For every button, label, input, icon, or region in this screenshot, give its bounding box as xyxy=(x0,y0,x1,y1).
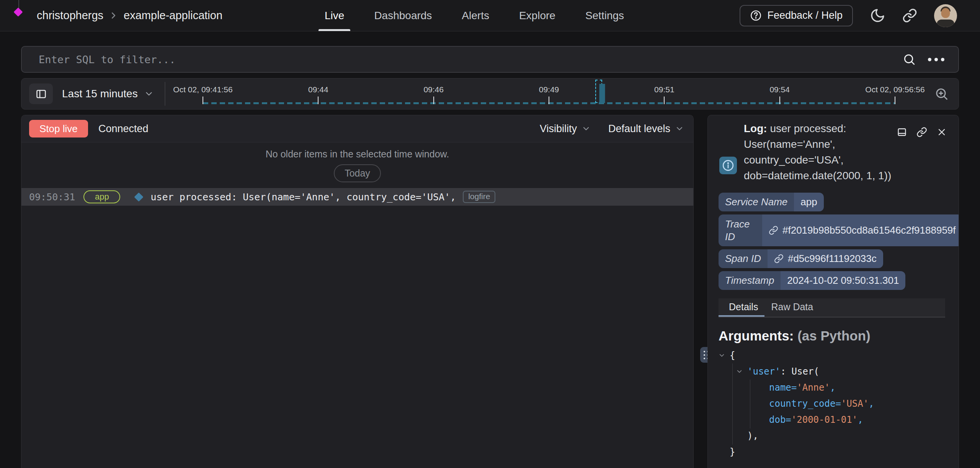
detail-tab-details[interactable]: Details xyxy=(719,298,764,317)
breadcrumb-project[interactable]: example-application xyxy=(124,9,222,22)
code-token: : User( xyxy=(781,366,819,377)
log-detail-panel: Log: user processed: User(name='Anne', c… xyxy=(707,115,959,468)
live-header-controls: Visibility Default levels xyxy=(540,115,684,142)
detail-header: Log: user processed: User(name='Anne', c… xyxy=(719,121,948,183)
timeline-tick-label: 09:49 xyxy=(539,85,559,94)
log-message: user processed: User(name='Anne', countr… xyxy=(150,191,456,203)
logo-stem xyxy=(18,0,19,8)
time-range-bar: Last 15 minutes Oct 02, 09:41:5609:4409:… xyxy=(21,78,959,110)
log-level-diamond-icon xyxy=(134,192,144,201)
timeline-tick-mark xyxy=(318,97,318,104)
chevron-down-icon xyxy=(675,124,684,133)
stop-live-button[interactable]: Stop live xyxy=(29,120,88,137)
attribute-value-text: #f2019b98b550cd8a61546c2f9188959f xyxy=(782,224,956,236)
connection-status: Connected xyxy=(98,115,149,142)
code-token: , xyxy=(858,414,863,425)
code-token: , xyxy=(869,398,874,409)
timeline-tick-mark xyxy=(203,97,203,104)
chevron-down-icon xyxy=(144,89,154,99)
collapse-chevron-icon[interactable] xyxy=(736,368,743,375)
attribute-value: #f2019b98b550cd8a61546c2f9188959f xyxy=(762,214,959,246)
topbar: christophergs example-application LiveDa… xyxy=(0,0,980,31)
timeline-activity-bar xyxy=(599,84,605,103)
more-options-icon[interactable] xyxy=(928,58,944,61)
time-range-select[interactable]: Last 15 minutes xyxy=(62,79,154,109)
attribute-value: app xyxy=(794,193,823,211)
live-header: Stop live Connected Visibility Default l… xyxy=(21,115,693,142)
service-badge[interactable]: app xyxy=(83,190,120,203)
today-button[interactable]: Today xyxy=(334,164,381,182)
feedback-help-button[interactable]: Feedback / Help xyxy=(740,5,853,26)
topbar-actions: Feedback / Help xyxy=(740,0,957,31)
logfire-tag-badge[interactable]: logfire xyxy=(463,191,495,203)
tab-explore[interactable]: Explore xyxy=(519,0,555,31)
no-older-items-message: No older items in the selected time wind… xyxy=(21,149,693,160)
avatar-face xyxy=(941,8,950,18)
tab-settings[interactable]: Settings xyxy=(585,0,624,31)
attribute-pill-service-name[interactable]: Service Nameapp xyxy=(719,193,824,211)
share-link-icon[interactable] xyxy=(902,8,917,23)
attribute-value-text: #d5c996f11192033c xyxy=(788,253,877,265)
code-line: name='Anne', xyxy=(708,380,959,396)
code-token: } xyxy=(730,447,735,457)
arguments-code-block: {'user': User(name='Anne',country_code='… xyxy=(708,347,959,460)
logfire-logo-icon[interactable] xyxy=(13,7,23,16)
detail-title: Log: user processed: User(name='Anne', c… xyxy=(744,121,893,183)
tab-alerts[interactable]: Alerts xyxy=(462,0,489,31)
attribute-value: 2024-10-02 09:50:31.301 xyxy=(781,271,905,290)
close-panel-icon[interactable] xyxy=(936,127,947,137)
logfire-live-view: christophergs example-application LiveDa… xyxy=(0,0,980,468)
panel-left-icon xyxy=(35,88,47,100)
filter-actions xyxy=(903,47,944,72)
chevron-right-icon xyxy=(108,10,119,21)
tab-dashboards[interactable]: Dashboards xyxy=(374,0,432,31)
attribute-pill-trace-id[interactable]: Trace ID#f2019b98b550cd8a61546c2f9188959… xyxy=(719,214,959,246)
detail-tab-raw-data[interactable]: Raw Data xyxy=(764,298,820,317)
timeline-tick-label: Oct 02, 09:41:56 xyxy=(173,85,232,94)
code-line: 'user': User( xyxy=(708,363,959,380)
user-avatar[interactable] xyxy=(934,4,957,27)
default-levels-dropdown[interactable]: Default levels xyxy=(608,123,684,135)
tab-live[interactable]: Live xyxy=(325,0,344,31)
info-level-icon xyxy=(719,157,737,174)
main-nav: LiveDashboardsAlertsExploreSettings xyxy=(325,0,624,31)
timeline-tick-label: 09:51 xyxy=(654,85,675,94)
zoom-in-icon[interactable] xyxy=(934,87,949,101)
log-row[interactable]: 09:50:31 app user processed: User(name='… xyxy=(21,188,693,206)
search-icon[interactable] xyxy=(903,53,916,66)
timeline-tick-label: 09:46 xyxy=(423,85,444,94)
sql-filter-input[interactable]: Enter SQL to filter... xyxy=(21,46,959,73)
timeline-tick-mark xyxy=(664,97,665,104)
breadcrumb: christophergs example-application xyxy=(37,0,222,31)
visibility-dropdown[interactable]: Visibility xyxy=(540,123,591,135)
copy-link-icon[interactable] xyxy=(916,127,927,137)
link-icon xyxy=(774,254,784,263)
collapse-chevron-icon[interactable] xyxy=(718,352,725,359)
theme-toggle-moon-icon[interactable] xyxy=(870,8,885,23)
attribute-value-text: 2024-10-02 09:50:31.301 xyxy=(787,275,899,286)
split-view-icon[interactable] xyxy=(897,127,907,137)
time-range-label: Last 15 minutes xyxy=(62,88,138,100)
avatar-torso xyxy=(937,20,954,27)
code-token: 'user' xyxy=(747,366,781,377)
attribute-value: #d5c996f11192033c xyxy=(768,249,883,268)
attribute-pill-span-id[interactable]: Span ID#d5c996f11192033c xyxy=(719,249,883,268)
code-token: country_code= xyxy=(769,398,841,409)
feedback-help-label: Feedback / Help xyxy=(767,10,843,21)
timeline-track[interactable]: Oct 02, 09:41:5609:4409:4609:4909:5109:5… xyxy=(203,79,895,109)
attribute-label: Trace ID xyxy=(719,214,762,246)
attribute-pills: Service NameappTrace ID#f2019b98b550cd8a… xyxy=(719,193,959,290)
timeline-tick-mark xyxy=(433,97,434,104)
live-logs-panel: Stop live Connected Visibility Default l… xyxy=(21,115,694,468)
timeline-tick-mark xyxy=(549,97,549,104)
attribute-value-text: app xyxy=(800,196,817,208)
sql-filter-placeholder: Enter SQL to filter... xyxy=(39,54,176,65)
sidebar-toggle-button[interactable] xyxy=(29,83,53,104)
attribute-pill-timestamp[interactable]: Timestamp2024-10-02 09:50:31.301 xyxy=(719,271,905,290)
arguments-heading: Arguments: (as Python) xyxy=(719,328,959,344)
code-token: , xyxy=(830,382,835,393)
code-line: } xyxy=(708,444,959,460)
detail-actions xyxy=(897,127,947,137)
arguments-format-note: (as Python) xyxy=(794,328,870,343)
breadcrumb-org[interactable]: christophergs xyxy=(37,9,103,22)
